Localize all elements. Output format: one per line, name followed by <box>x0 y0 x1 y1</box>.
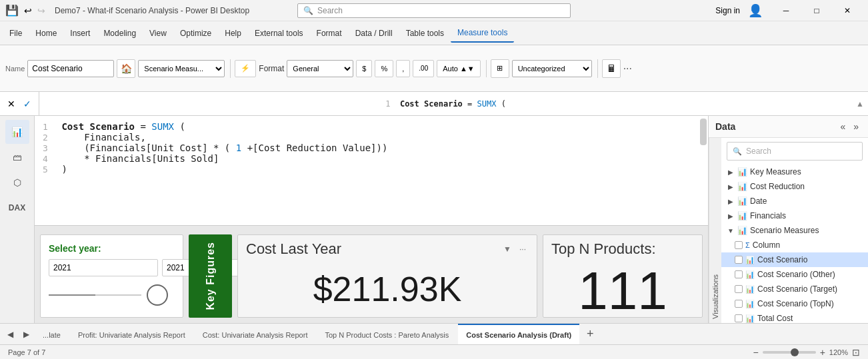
checkbox-cost-scenario-topn[interactable] <box>735 300 743 308</box>
tree-item-total-cost[interactable]: 📊 Total Cost <box>721 311 868 323</box>
tab-late[interactable]: ...late <box>35 324 69 344</box>
menu-measure-tools[interactable]: Measure tools <box>451 24 514 43</box>
panel-collapse-btn[interactable]: « <box>837 120 848 133</box>
comma-button[interactable]: , <box>396 60 410 77</box>
year-selector-visual: Select year: <box>40 234 183 318</box>
formula-line-5: 5 ) <box>43 164 700 175</box>
tree-item-cost-reduction[interactable]: ▶ 📊 Cost Reduction <box>721 179 868 194</box>
auto-format-btn[interactable]: Auto ▲▼ <box>437 60 480 77</box>
key-figures-label: Key Figures <box>205 242 217 310</box>
tab-cost-univariate[interactable]: Cost: Univariate Analysis Report <box>195 324 316 344</box>
close-button[interactable]: ✕ <box>832 0 863 21</box>
year-input-1[interactable] <box>49 259 158 276</box>
zoom-slider[interactable] <box>763 351 816 354</box>
checkbox-cost-scenario-other[interactable] <box>735 270 743 278</box>
title-bar-left: 💾 ↩ ↪ Demo7 - What-if Scenario Analysis … <box>5 4 249 17</box>
formula-confirm-btn[interactable]: ✓ <box>20 97 35 111</box>
sidebar-data-icon[interactable]: 🗃 <box>5 145 29 169</box>
menu-table-tools[interactable]: Table tools <box>399 25 451 42</box>
format-dropdown[interactable]: General <box>287 60 353 77</box>
top-n-value: 111 <box>543 260 702 322</box>
zoom-out-button[interactable]: − <box>753 347 758 358</box>
tab-top-n[interactable]: Top N Product Costs : Pareto Analysis <box>317 324 457 344</box>
sidebar-model-icon[interactable]: ⬡ <box>5 171 29 194</box>
checkbox-cost-scenario[interactable] <box>735 256 743 264</box>
ribbon-category-group: ⊞ Uncategorized <box>491 59 598 78</box>
maximize-button[interactable]: □ <box>801 0 832 21</box>
year-slider-handle[interactable] <box>147 284 168 306</box>
checkbox-total-cost[interactable] <box>735 314 743 322</box>
table-icon: 📊 <box>737 182 747 191</box>
menu-file[interactable]: File <box>3 25 29 42</box>
calculator-icon-btn[interactable]: 🖩 <box>602 59 621 78</box>
zoom-in-button[interactable]: + <box>820 347 825 358</box>
undo-icon[interactable]: ↩ <box>24 5 32 16</box>
formula-cancel-btn[interactable]: ✕ <box>4 97 19 111</box>
sidebar-report-icon[interactable]: 📊 <box>5 120 29 144</box>
user-avatar[interactable]: 👤 <box>748 3 763 18</box>
tree-item-financials[interactable]: ▶ 📊 Financials <box>721 208 868 223</box>
fit-page-icon[interactable]: ⊡ <box>852 347 860 358</box>
top-n-visual: Top N Products: 111 <box>543 234 703 318</box>
signin-label[interactable]: Sign in <box>715 6 740 15</box>
measure-icon: 📊 <box>745 285 755 294</box>
menu-help[interactable]: Help <box>218 25 248 42</box>
tab-nav-prev[interactable]: ◀ <box>3 324 17 344</box>
page-info: Page 7 of 7 <box>8 348 45 356</box>
table-dropdown[interactable]: Scenario Measu... <box>138 60 225 77</box>
formula-content[interactable]: 1 Cost Scenario = SUMX ( <box>39 92 852 115</box>
tree-item-cost-scenario-topn[interactable]: 📊 Cost Scenario (TopN) <box>721 296 868 311</box>
tab-cost-scenario-draft[interactable]: Cost Scenario Analysis (Draft) <box>458 324 579 344</box>
tree-item-column[interactable]: Σ Column <box>721 238 868 252</box>
menu-insert[interactable]: Insert <box>63 25 97 42</box>
menu-optimize[interactable]: Optimize <box>173 25 218 42</box>
panel-title: Data <box>715 121 735 132</box>
data-search-box[interactable]: 🔍 Search <box>727 142 863 161</box>
more-options-btn[interactable]: ··· <box>623 63 632 75</box>
tab-nav-next[interactable]: ▶ <box>19 324 33 344</box>
tree-item-date[interactable]: ▶ 📊 Date <box>721 194 868 208</box>
dollar-button[interactable]: $ <box>356 60 372 77</box>
measure-icon: 📊 <box>745 270 755 279</box>
cost-filter-btn[interactable]: ▼ <box>501 243 514 255</box>
tree-item-key-measures[interactable]: ▶ 📊 Key Measures <box>721 165 868 179</box>
formula-expand-btn[interactable]: ▲ <box>852 92 868 115</box>
save-icon[interactable]: 💾 <box>5 4 19 17</box>
table-icon-btn[interactable]: ⊞ <box>491 59 509 78</box>
formula-editor[interactable]: 1 Cost Scenario = SUMX ( 2 Financials, 3… <box>35 116 708 226</box>
home-folder-btn[interactable]: 🏠 <box>117 59 135 78</box>
percent-button[interactable]: % <box>375 60 393 77</box>
tree-item-cost-scenario[interactable]: 📊 Cost Scenario <box>721 252 868 267</box>
menu-modeling[interactable]: Modeling <box>97 25 143 42</box>
tree-item-cost-scenario-target[interactable]: 📊 Cost Scenario (Target) <box>721 282 868 296</box>
menu-format[interactable]: Format <box>310 25 349 42</box>
bottom-tabs: ◀ ▶ ...late Profit: Univariate Analysis … <box>0 323 868 344</box>
visualizations-tab[interactable]: Visualizations <box>709 138 721 323</box>
menu-view[interactable]: View <box>143 25 173 42</box>
measure-name-input[interactable] <box>27 60 114 77</box>
zoom-thumb[interactable] <box>791 348 799 356</box>
redo-icon[interactable]: ↪ <box>37 5 45 16</box>
search-bar[interactable]: 🔍 Search <box>297 3 571 18</box>
formula-scrollbar[interactable] <box>699 116 708 225</box>
minimize-button[interactable]: ─ <box>771 0 801 21</box>
menu-data-drill[interactable]: Data / Drill <box>349 25 399 42</box>
decimal-btn[interactable]: .00 <box>413 60 434 77</box>
tree-item-scenario-measures[interactable]: ▼ 📊 Scenario Measures <box>721 223 868 238</box>
data-panel-content: 🔍 Search ▶ 📊 Key Measures ▶ 📊 Cost Reduc… <box>721 138 868 323</box>
format-icon-btn[interactable]: ⚡ <box>235 60 256 77</box>
checkbox-column[interactable] <box>735 241 743 249</box>
menu-external-tools[interactable]: External tools <box>248 25 310 42</box>
category-dropdown[interactable]: Uncategorized <box>512 60 592 77</box>
canvas-area: 1 Cost Scenario = SUMX ( 2 Financials, 3… <box>35 116 708 323</box>
tab-profit-univariate[interactable]: Profit: Univariate Analysis Report <box>70 324 193 344</box>
tree-label: Financials <box>750 211 863 220</box>
main-content: 📊 🗃 ⬡ DAX 1 Cost Scenario = SUMX ( 2 Fin… <box>0 116 868 323</box>
sidebar-dax-icon[interactable]: DAX <box>5 196 29 220</box>
menu-home[interactable]: Home <box>29 25 63 42</box>
cost-more-btn[interactable]: ··· <box>517 243 529 255</box>
add-tab-button[interactable]: + <box>581 324 599 344</box>
checkbox-cost-scenario-target[interactable] <box>735 285 743 293</box>
panel-expand-btn[interactable]: » <box>851 120 861 133</box>
tree-item-cost-scenario-other[interactable]: 📊 Cost Scenario (Other) <box>721 267 868 282</box>
